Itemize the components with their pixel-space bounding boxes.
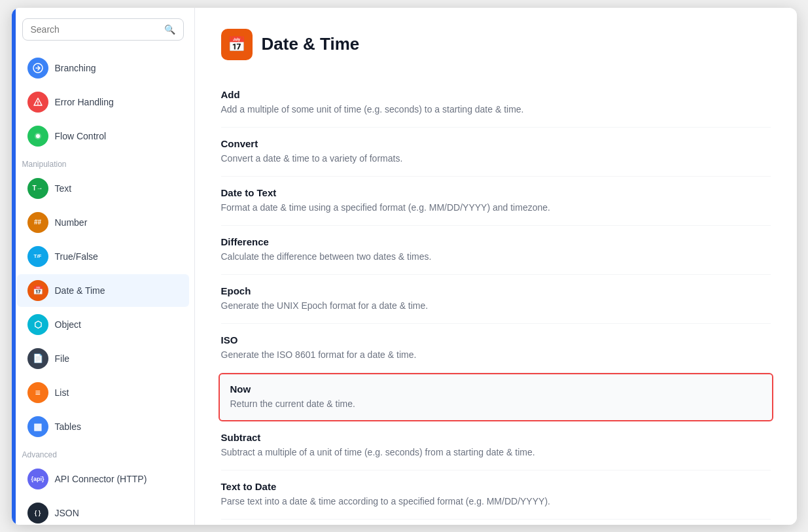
function-desc-text-to-date: Parse text into a date & time according … — [221, 495, 771, 508]
advanced-section-label: Advanced — [12, 444, 194, 462]
function-item-convert[interactable]: Convert Convert a date & time to a varie… — [221, 128, 771, 177]
flow-control-icon — [27, 126, 48, 147]
svg-point-3 — [36, 134, 40, 138]
page-header: 📅 Date & Time — [221, 29, 771, 60]
function-name-difference: Difference — [221, 236, 771, 247]
text-label: Text — [55, 183, 72, 194]
error-handling-label: Error Handling — [55, 97, 114, 107]
page-title: Date & Time — [262, 34, 360, 54]
search-input[interactable] — [31, 24, 159, 35]
sidebar-item-true-false[interactable]: T/F True/False — [17, 240, 189, 273]
manipulation-section-label: Manipulation — [12, 153, 194, 171]
function-desc-difference: Calculate the difference between two dat… — [221, 250, 771, 264]
object-label: Object — [55, 319, 81, 330]
number-icon: ## — [27, 212, 48, 233]
function-desc-date-to-text: Format a date & time using a specified f… — [221, 201, 771, 215]
function-desc-subtract: Subtract a multiple of a unit of time (e… — [221, 446, 771, 459]
sidebar-item-text[interactable]: T→ Text — [17, 172, 189, 205]
list-label: List — [55, 387, 69, 398]
function-item-epoch[interactable]: Epoch Generate the UNIX Epoch format for… — [221, 275, 771, 324]
sidebar-item-object[interactable]: ⬡ Object — [17, 308, 189, 341]
sidebar-item-flow-control[interactable]: Flow Control — [17, 120, 189, 152]
search-container: 🔍 — [12, 18, 194, 51]
function-list: Add Add a multiple of some unit of time … — [221, 79, 771, 525]
function-item-difference[interactable]: Difference Calculate the difference betw… — [221, 226, 771, 275]
function-name-add: Add — [221, 89, 771, 100]
text-icon: T→ — [27, 178, 48, 199]
function-name-date-to-text: Date to Text — [221, 187, 771, 198]
true-false-icon: T/F — [27, 246, 48, 267]
api-connector-label: API Connector (HTTP) — [55, 474, 147, 484]
main-content: 📅 Date & Time Add Add a multiple of some… — [195, 8, 797, 525]
function-name-subtract: Subtract — [221, 432, 771, 443]
sidebar-item-tables[interactable]: ▦ Tables — [17, 410, 189, 443]
sidebar-item-number[interactable]: ## Number — [17, 206, 189, 239]
error-handling-icon — [27, 92, 48, 113]
function-item-date-to-text[interactable]: Date to Text Format a date & time using … — [221, 177, 771, 226]
function-item-unix[interactable]: UNIX Generate the UNIX standard format f… — [221, 520, 771, 525]
function-item-add[interactable]: Add Add a multiple of some unit of time … — [221, 79, 771, 128]
function-item-iso[interactable]: ISO Generate the ISO 8601 format for a d… — [221, 324, 771, 373]
search-icon: 🔍 — [164, 24, 175, 35]
sidebar-item-date-time[interactable]: 📅 Date & Time — [17, 274, 189, 307]
app-window: 🔍 Branching Error Handling — [12, 8, 797, 525]
object-icon: ⬡ — [27, 314, 48, 335]
function-desc-iso: Generate the ISO 8601 format for a date … — [221, 348, 771, 362]
function-name-convert: Convert — [221, 138, 771, 149]
api-connector-icon: {api} — [27, 469, 48, 489]
page-header-icon: 📅 — [221, 29, 253, 60]
function-desc-add: Add a multiple of some unit of time (e.g… — [221, 103, 771, 116]
json-icon: { } — [27, 503, 48, 523]
function-desc-now: Return the current date & time. — [230, 397, 762, 411]
sidebar-item-json[interactable]: { } JSON — [17, 497, 189, 525]
svg-point-1 — [37, 103, 38, 104]
sidebar-item-api-connector[interactable]: {api} API Connector (HTTP) — [17, 463, 189, 495]
list-icon: ≡ — [27, 382, 48, 403]
function-name-epoch: Epoch — [221, 285, 771, 296]
sidebar-item-file[interactable]: 📄 File — [17, 342, 189, 375]
function-name-iso: ISO — [221, 334, 771, 346]
date-time-label: Date & Time — [55, 285, 105, 296]
tables-label: Tables — [55, 421, 81, 432]
flow-control-label: Flow Control — [55, 131, 107, 141]
sidebar-item-list[interactable]: ≡ List — [17, 376, 189, 409]
true-false-label: True/False — [55, 251, 98, 262]
sidebar: 🔍 Branching Error Handling — [12, 8, 195, 525]
tables-icon: ▦ — [27, 416, 48, 437]
function-item-subtract[interactable]: Subtract Subtract a multiple of a unit o… — [221, 421, 771, 470]
function-name-now: Now — [230, 383, 762, 395]
function-item-text-to-date[interactable]: Text to Date Parse text into a date & ti… — [221, 470, 771, 520]
search-box[interactable]: 🔍 — [22, 18, 184, 41]
function-item-now[interactable]: Now Return the current date & time. — [219, 373, 773, 421]
file-label: File — [55, 353, 70, 364]
branching-icon — [27, 58, 48, 79]
sidebar-item-branching[interactable]: Branching — [17, 52, 189, 84]
json-label: JSON — [55, 508, 79, 518]
date-time-icon: 📅 — [27, 280, 48, 301]
branching-label: Branching — [55, 63, 96, 73]
number-label: Number — [55, 217, 88, 228]
function-name-text-to-date: Text to Date — [221, 481, 771, 492]
function-desc-convert: Convert a date & time to a variety of fo… — [221, 152, 771, 166]
file-icon: 📄 — [27, 348, 48, 369]
sidebar-item-error-handling[interactable]: Error Handling — [17, 86, 189, 118]
function-desc-epoch: Generate the UNIX Epoch format for a dat… — [221, 299, 771, 313]
